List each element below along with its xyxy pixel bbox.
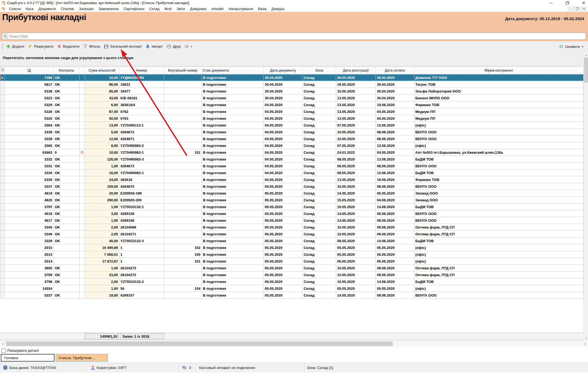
- menu-item-10[interactable]: Звіти: [174, 6, 187, 11]
- cell-zone: Склад: [303, 95, 336, 101]
- mdi-minimize-button[interactable]: –: [568, 7, 574, 11]
- row-selector-header[interactable]: [0, 67, 5, 74]
- menu-item-13[interactable]: Налаштування: [226, 6, 255, 11]
- column-header-p[interactable]: [80, 67, 85, 74]
- view-options-button[interactable]: ▾: [183, 44, 194, 49]
- menu-item-4[interactable]: Платежі: [59, 6, 77, 11]
- close-button[interactable]: ✕: [581, 1, 586, 5]
- menu-item-3[interactable]: Документи: [36, 6, 59, 11]
- column-header-pay_date[interactable]: Дата оплати: [376, 67, 414, 74]
- table-row[interactable]: 4620OK290,00E200505-200В подготовке05.05…: [0, 197, 584, 204]
- delete-button[interactable]: Видалити: [55, 43, 81, 50]
- cell-sum: 2,00: [85, 224, 119, 231]
- cell-p: [80, 183, 85, 190]
- column-header-control[interactable]: Контроль: [54, 67, 80, 74]
- table-row[interactable]: 5325OK50,000763В подготовке04.05.2020Скл…: [0, 115, 584, 122]
- table-row[interactable]: 5326OK67,000762В подготовке04.05.2020Скл…: [0, 108, 584, 115]
- column-header-internal[interactable]: Внутрішній номер: [164, 67, 202, 74]
- table-row[interactable]: 3330OK18,00YZ70495983-1В подготовке04.05…: [0, 169, 584, 176]
- app-logo-icon: [1, 1, 6, 5]
- horizontal-scrollbar[interactable]: ‹ ›: [0, 340, 588, 347]
- menu-item-1[interactable]: Список: [7, 6, 23, 11]
- menu-item-15[interactable]: Довідка: [269, 6, 287, 11]
- table-row[interactable]: 5337OK19,004269107В подготовке05.05.2020…: [0, 292, 584, 299]
- cell-pay_date: 08.06.2020: [376, 163, 414, 169]
- table-row[interactable]: 2565OK8,00YZ70495983-2В подготовке04.05.…: [0, 142, 584, 149]
- minimize-button[interactable]: —: [549, 1, 553, 5]
- vertical-scrollbar[interactable]: ▲ ▼: [584, 53, 588, 341]
- menu-item-5[interactable]: Залишки: [77, 6, 96, 11]
- table-row[interactable]: 636630П10,00YZ70495983-1151В подготовке0…: [0, 149, 584, 156]
- search-input[interactable]: [8, 33, 586, 39]
- table-row[interactable]: 5338OK85,0016477В подготовке30.04.2020Ск…: [0, 88, 584, 95]
- table-row[interactable]: 20137 068,511100В подготовке05.05.2020Ск…: [0, 251, 584, 258]
- table-row[interactable]: 3346OK2,0026104271В подготовке05.05.2020…: [0, 231, 584, 238]
- filter-button[interactable]: Фільтр: [81, 43, 102, 50]
- table-row[interactable]: 3332OK126,00YZ70495983-3В подготовке04.0…: [0, 156, 584, 163]
- table-row[interactable]: 3339OK5,004264672В подготовке04.05.2020С…: [0, 129, 584, 135]
- table-row[interactable]: ▸7396OK10,00УТДМ0304194В подготовке30.04…: [0, 74, 584, 81]
- table-row[interactable]: 145541,0056104В подготовке05.05.2020Скла…: [0, 285, 584, 292]
- table-row[interactable]: 4619OK20,00E200505-199В подготовке05.05.…: [0, 190, 584, 197]
- tab-main[interactable]: Головна: [1, 354, 54, 362]
- table-row[interactable]: 2564OK13,00YZ70495113-1В подготовке04.05…: [0, 122, 584, 129]
- menu-item-9[interactable]: Філії: [162, 6, 174, 11]
- add-button[interactable]: Додати: [4, 43, 26, 50]
- horizontal-scroll-thumb[interactable]: [6, 341, 393, 346]
- menu-item-8[interactable]: Склад: [147, 6, 162, 11]
- import-button[interactable]: Імпорт: [144, 43, 164, 50]
- table-row[interactable]: 3798OK2,00YZ70533132-2В подготовке05.05.…: [0, 278, 584, 285]
- column-header-number[interactable]: Номер: [119, 67, 164, 74]
- table-row[interactable]: 3338OK12,004264671В подготовке04.05.2020…: [0, 135, 584, 142]
- table-row[interactable]: 3797OK1,00YZ70533132-1В подготовке05.05.…: [0, 204, 584, 210]
- scroll-right-button[interactable]: ›: [583, 341, 587, 346]
- restore-button[interactable]: [565, 1, 569, 5]
- toolbar-grip[interactable]: [2, 43, 3, 50]
- menu-item-11[interactable]: Довідники: [187, 6, 209, 11]
- table-row[interactable]: 4618OK3,004269108В подготовке05.05.2020С…: [0, 210, 584, 217]
- table-row[interactable]: 3799OK23,0026104272В подготовке05.05.202…: [0, 272, 584, 278]
- scroll-down-button[interactable]: ▼: [584, 336, 588, 341]
- refresh-button[interactable]: Оновити ▾: [557, 43, 585, 50]
- column-header-zone[interactable]: Зона: [303, 67, 336, 74]
- cell-internal: [164, 163, 202, 169]
- table-row[interactable]: 201417 672,671101В подготовке05.05.2020С…: [0, 258, 584, 265]
- table-row[interactable]: 5329OK6,00383616/4В подготовке04.05.2020…: [0, 101, 584, 108]
- scroll-up-button[interactable]: ▲: [584, 53, 588, 58]
- table-row[interactable]: 201510 499,691102В подготовке05.05.2020С…: [0, 244, 584, 251]
- cell-reg_date: 13.05.2020: [336, 101, 376, 108]
- cell-firm: ВЕНТА ООО: [414, 183, 584, 190]
- table-row[interactable]: 5330OK24,00383616В подготовке04.05.2020С…: [0, 176, 584, 183]
- table-row[interactable]: 3329OK40,00YZ70533132-3В подготовке05.05…: [0, 238, 584, 244]
- search-icon: [2, 33, 8, 39]
- table-row[interactable]: 3337OK159,004264670В подготовке04.05.202…: [0, 183, 584, 190]
- column-header-reg_date[interactable]: Дата реєстрації: [336, 67, 376, 74]
- table-row[interactable]: 3800OK1,0026104273В подготовке05.05.2020…: [0, 265, 584, 272]
- menu-item-6[interactable]: Замовлення: [96, 6, 121, 11]
- scroll-left-button[interactable]: ‹: [1, 341, 5, 346]
- mdi-restore-button[interactable]: ❐: [574, 7, 580, 11]
- export-button[interactable]: Загальний експорт: [102, 43, 144, 50]
- vertical-scroll-thumb[interactable]: [584, 58, 588, 83]
- table-row[interactable]: 3345OK2,0026104069В подготовке05.05.2020…: [0, 224, 584, 231]
- print-button[interactable]: Друк: [165, 43, 183, 50]
- column-header-state[interactable]: Стан документа: [202, 67, 264, 74]
- edit-button[interactable]: Редагувати: [26, 43, 55, 50]
- cell-number: E200505-199: [119, 190, 164, 197]
- column-header-id[interactable]: ІД: [5, 67, 54, 74]
- menu-item-14[interactable]: Вікна: [255, 6, 269, 11]
- table-row[interactable]: 5323OK43,00KIE-08181В подготовке30.04.20…: [0, 95, 584, 101]
- column-header-sum[interactable]: Сума кількостей: [85, 67, 119, 74]
- menu-item-7[interactable]: Сертифікати: [121, 6, 147, 11]
- table-row[interactable]: 4617OK1,004269106В подготовке05.05.2020С…: [0, 217, 584, 224]
- table-row[interactable]: 5617OK86,0016831В подготовке30.04.2020Ск…: [0, 81, 584, 88]
- mdi-close-button[interactable]: ✕: [581, 7, 587, 11]
- menu-item-12[interactable]: eHealth: [209, 6, 226, 11]
- menu-item-2[interactable]: Каса: [23, 6, 36, 11]
- column-header-doc_date[interactable]: Дата документу: [264, 67, 303, 74]
- tab-list-incoming[interactable]: Список: Прибуткові ...: [56, 354, 108, 362]
- column-header-firm[interactable]: Фірма-контрагент: [414, 67, 584, 74]
- show-details-checkbox[interactable]: [2, 349, 6, 353]
- table-row[interactable]: 3331OK1,004264673В подготовке04.05.2020С…: [0, 163, 584, 169]
- cell-pay_date: 13.06.2020: [376, 142, 414, 149]
